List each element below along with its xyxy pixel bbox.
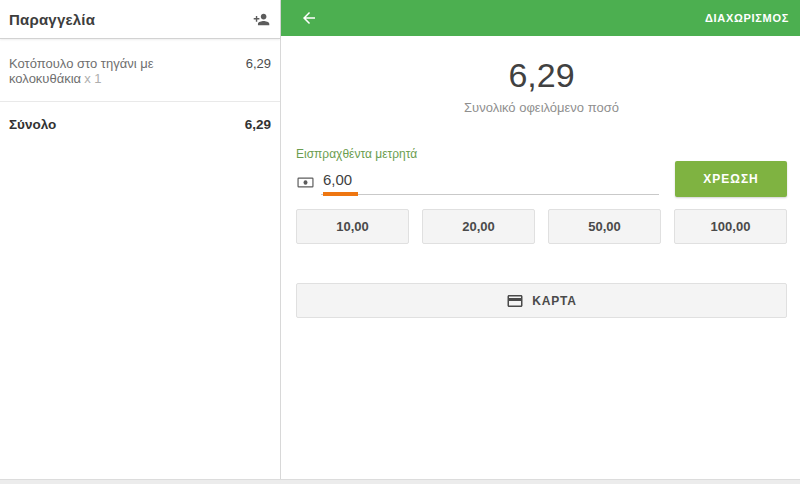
quick-amount-button-50[interactable]: 50,00	[548, 209, 661, 244]
order-header: Παραγγελία	[0, 0, 280, 39]
back-button[interactable]	[300, 9, 318, 27]
order-total-value: 6,29	[245, 117, 271, 132]
banknote-icon	[296, 173, 315, 192]
credit-card-icon	[506, 292, 524, 310]
text-selection-bar	[323, 192, 358, 196]
card-button[interactable]: ΚΑΡΤΑ	[296, 283, 787, 318]
payment-content: 6,29 Συνολικό οφειλόμενο ποσό Εισπραχθέν…	[281, 36, 800, 484]
order-item-qty: x 1	[84, 71, 101, 86]
order-total-label: Σύνολο	[9, 117, 56, 132]
order-panel-title: Παραγγελία	[9, 11, 95, 28]
bottom-edge-strip	[0, 479, 800, 484]
order-item-title: Κοτόπουλο στο τηγάνι με κολοκυθάκια	[9, 56, 154, 86]
order-panel: Παραγγελία Κοτόπουλο στο τηγάνι με κολοκ…	[0, 0, 281, 484]
order-item-name: Κοτόπουλο στο τηγάνι με κολοκυθάκιαx 1	[9, 56, 236, 86]
order-item-price: 6,29	[246, 56, 271, 71]
arrow-back-icon	[300, 9, 318, 27]
payment-appbar: ΔΙΑΧΩΡΙΣΜΟΣ	[281, 0, 800, 36]
quick-amount-button-20[interactable]: 20,00	[422, 209, 535, 244]
quick-amount-button-100[interactable]: 100,00	[674, 209, 787, 244]
quick-amounts-row: 10,00 20,00 50,00 100,00	[296, 209, 787, 244]
cash-received-field[interactable]: 6,00	[296, 163, 659, 195]
order-item-row[interactable]: Κοτόπουλο στο τηγάνι με κολοκυθάκιαx 1 6…	[0, 39, 280, 102]
quick-amount-button-10[interactable]: 10,00	[296, 209, 409, 244]
person-add-icon	[253, 11, 270, 28]
add-customer-button[interactable]	[251, 9, 272, 30]
pos-app: Παραγγελία Κοτόπουλο στο τηγάνι με κολοκ…	[0, 0, 800, 484]
order-total-row: Σύνολο 6,29	[0, 102, 280, 147]
split-button[interactable]: ΔΙΑΧΩΡΙΣΜΟΣ	[705, 12, 789, 24]
cash-received-label: Εισπραχθέντα μετρητά	[296, 147, 787, 161]
charge-button[interactable]: ΧΡΕΩΣΗ	[675, 161, 787, 197]
amount-due-caption: Συνολικό οφειλόμενο ποσό	[296, 100, 787, 115]
card-button-label: ΚΑΡΤΑ	[532, 294, 576, 308]
payment-panel: ΔΙΑΧΩΡΙΣΜΟΣ 6,29 Συνολικό οφειλόμενο ποσ…	[281, 0, 800, 484]
cash-input-underline: 6,00	[321, 163, 659, 195]
cash-input-value[interactable]: 6,00	[323, 171, 352, 188]
cash-row: 6,00 ΧΡΕΩΣΗ	[296, 161, 787, 195]
amount-due: 6,29	[296, 56, 787, 95]
